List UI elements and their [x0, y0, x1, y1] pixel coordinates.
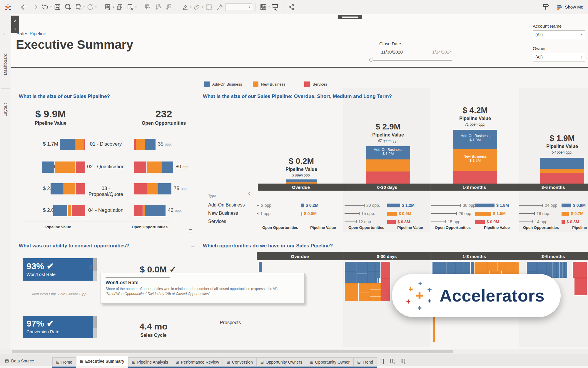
forward-icon[interactable]: [30, 2, 40, 12]
horizontal-scrollbar-thumb[interactable]: [12, 350, 453, 353]
tableau-logo-icon[interactable]: [3, 2, 13, 12]
close-date-slider-track[interactable]: [371, 60, 452, 61]
owner-filter[interactable]: (All) ▾: [533, 53, 585, 61]
row-label-prospects[interactable]: Prospects: [220, 320, 241, 325]
new-worksheet-caret-icon[interactable]: ▾: [113, 6, 114, 9]
table-cell[interactable]: 14 opp.: [519, 218, 549, 226]
treemap-cell[interactable]: [562, 262, 565, 278]
table-cell[interactable]: $ 1.2M: [387, 201, 415, 209]
tab-home[interactable]: ⊞Home: [52, 357, 76, 366]
sort-descending-icon[interactable]: [164, 2, 174, 12]
workbook-name[interactable]: Sales Pipeline: [16, 31, 46, 36]
treemap-cell[interactable]: [370, 289, 381, 297]
type-column-header[interactable]: Type: [208, 194, 216, 198]
arrow-icon[interactable]: →: [190, 242, 195, 249]
table-cell[interactable]: 15 opp.: [345, 209, 375, 218]
swap-rows-columns-icon[interactable]: [143, 2, 153, 12]
bucket-0-30[interactable]: 0-30 days: [344, 184, 430, 191]
stage-value-bar[interactable]: [42, 161, 85, 173]
table-cell[interactable]: $ 0.3M: [562, 218, 579, 226]
treemap-cell[interactable]: [475, 262, 487, 271]
attach-icon[interactable]: [192, 2, 202, 12]
fit-selector[interactable]: ▾: [225, 3, 252, 11]
refresh-caret-icon[interactable]: ▾: [95, 6, 97, 9]
table-cell[interactable]: $ 1.8M: [475, 201, 509, 209]
treemap-cell[interactable]: [573, 262, 587, 278]
expand-pane-icon[interactable]: ›: [3, 32, 5, 36]
sidebar-tab-layout[interactable]: Layout: [3, 93, 8, 116]
duplicate-sheet-icon[interactable]: [115, 2, 125, 12]
table-cell[interactable]: $ 0.7M: [562, 209, 584, 218]
table-cell[interactable]: 30 opp.: [431, 201, 477, 209]
replay-icon[interactable]: [40, 2, 50, 12]
treemap-cell[interactable]: [259, 262, 262, 272]
treemap-cell[interactable]: [537, 262, 546, 270]
table-cell[interactable]: $ 0.8M: [387, 218, 410, 226]
sort-ascending-icon[interactable]: [153, 2, 163, 12]
new-story-tab-icon[interactable]: [400, 357, 407, 365]
table-row-label[interactable]: Add-On Business: [208, 202, 245, 208]
share-icon[interactable]: [286, 2, 296, 12]
bucket-3-6[interactable]: 3-6 months: [518, 252, 588, 260]
treemap-cell[interactable]: [381, 262, 390, 278]
treemap-cell[interactable]: [506, 262, 513, 271]
close-date-slider-handle[interactable]: [369, 58, 373, 62]
treemap-cell[interactable]: [359, 283, 370, 292]
legend-swatch-addon[interactable]: [204, 81, 210, 87]
pause-caret-icon[interactable]: ▾: [83, 6, 85, 9]
new-data-source-icon[interactable]: [63, 2, 73, 12]
menu-icon[interactable]: ≡: [189, 227, 193, 235]
table-cell[interactable]: 20 opp.: [345, 201, 380, 209]
zone-drag-handle[interactable]: [338, 15, 362, 19]
legend-label-addon[interactable]: Add-On Business: [212, 82, 242, 86]
replay-caret-icon[interactable]: ▾: [50, 6, 52, 9]
treemap-cell[interactable]: [513, 262, 519, 271]
data-source-tab[interactable]: Data Source: [0, 356, 39, 366]
legend-swatch-new[interactable]: [253, 81, 258, 87]
save-icon[interactable]: [52, 2, 62, 12]
stage-value-bar[interactable]: [51, 183, 85, 194]
treemap-cell[interactable]: [345, 262, 357, 272]
tab-performance-review[interactable]: ⊞Performance Review: [172, 357, 223, 366]
treemap-cell[interactable]: [574, 278, 587, 295]
stage-count-bar[interactable]: [134, 139, 156, 150]
legend-label-new[interactable]: New Business: [261, 82, 285, 86]
tab-trend[interactable]: ⊞Trend: [353, 357, 377, 366]
presentation-mode-icon[interactable]: [270, 2, 280, 12]
treemap-cell[interactable]: [375, 278, 377, 283]
stage-count-bar[interactable]: [134, 161, 173, 173]
tab-pipeline-analysis[interactable]: ⊞Pipeline Analysis: [128, 357, 172, 366]
highlight-caret-icon[interactable]: ▾: [190, 6, 192, 9]
table-cell[interactable]: 15 opp.: [431, 218, 462, 226]
treemap-cell[interactable]: [367, 272, 375, 283]
attach-caret-icon[interactable]: ▾: [202, 6, 203, 9]
new-dashboard-tab-icon[interactable]: [389, 357, 397, 365]
table-cell[interactable]: 24 opp.: [519, 201, 559, 209]
treemap-cell[interactable]: [527, 262, 537, 272]
treemap-cell[interactable]: [487, 262, 497, 271]
worksheet-tooltip-icon[interactable]: [541, 2, 551, 12]
table-cell[interactable]: 12 opp.: [345, 218, 372, 226]
pause-auto-updates-icon[interactable]: [74, 2, 83, 12]
table-cell[interactable]: 16 opp.: [519, 209, 550, 218]
treemap-cell[interactable]: [552, 262, 556, 278]
treemap-cell[interactable]: [381, 290, 390, 301]
term-bar-overdue[interactable]: [286, 179, 317, 184]
kpi-scroll-strip[interactable]: [93, 316, 97, 338]
table-cell[interactable]: $ 0.9M: [562, 201, 586, 209]
term-bar-1-3[interactable]: Add-On Business$ 1.8M New Business$ 1.5M: [453, 130, 497, 184]
stage-value-bar[interactable]: [60, 139, 85, 150]
treemap-cell[interactable]: [357, 262, 367, 274]
treemap-cell[interactable]: [345, 272, 357, 283]
account-name-filter[interactable]: (All) ▾: [533, 30, 585, 39]
bucket-1-3[interactable]: 1-3 months: [430, 252, 518, 260]
table-cell[interactable]: 26 opp.: [431, 209, 472, 218]
pin-icon[interactable]: [215, 2, 225, 12]
treemap-cell[interactable]: [345, 283, 358, 301]
treemap-cell[interactable]: [375, 272, 380, 278]
stage-value-bar[interactable]: [53, 205, 85, 216]
treemap-cell[interactable]: [370, 297, 376, 301]
close-zone-button[interactable]: ✕: [11, 16, 19, 26]
highlight-pen-icon[interactable]: [180, 2, 190, 12]
sidebar-tab-dashboard[interactable]: Dashboard: [3, 38, 8, 75]
